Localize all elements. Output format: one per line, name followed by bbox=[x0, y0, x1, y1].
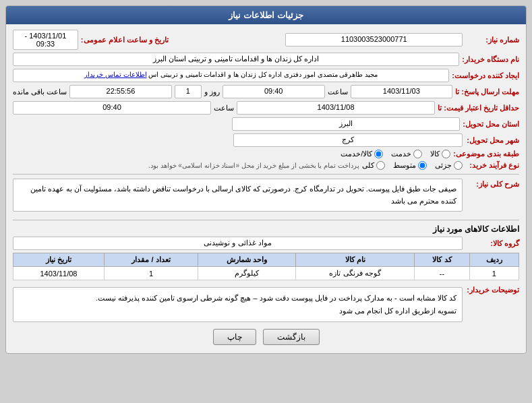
col-nam: نام کالا bbox=[295, 253, 415, 267]
haddeAksar-saat-value: 09:40 bbox=[13, 101, 211, 115]
haddeAksar-label: حداقل تاریخ اعتبار قیمت: تا bbox=[438, 104, 519, 113]
table-row: 1--گوجه فرنگی تازهکیلوگرم11403/11/08 bbox=[13, 267, 519, 280]
ettelaatKala-title: اطلاعات کالاهای مورد نیاز bbox=[13, 224, 519, 234]
tabaghe-label: طبقه بندی موضوعی: bbox=[453, 150, 519, 158]
noeFarayand-radio-group: جزئی متوسط کلی bbox=[362, 161, 463, 170]
noeFarayand-note: پرداخت تمام یا بخشی از مبلغ خرید از محل … bbox=[13, 162, 359, 169]
shahr-label: شهر محل تحویل: bbox=[465, 136, 519, 145]
print-button[interactable]: چاپ bbox=[213, 329, 256, 345]
items-table: ردیف کد کالا نام کالا واحد شمارش تعداد /… bbox=[13, 253, 519, 280]
col-tedad: تعداد / مقدار bbox=[104, 253, 198, 267]
mohlat-rooz-label: روز و bbox=[204, 88, 220, 96]
mohlat-date: 1403/11/03 bbox=[351, 85, 453, 98]
haddeAksar-saat-label: ساعت bbox=[214, 104, 234, 113]
shomareNiaz-value: 1103003523000771 bbox=[285, 33, 463, 46]
buyer-desc-value: کد کالا مشابه است - به مدارک پرداخت در ف… bbox=[13, 287, 463, 321]
mohlat-label: مهلت ارسال پاسخ: تا bbox=[455, 88, 519, 96]
back-button[interactable]: بازگشت bbox=[263, 329, 320, 345]
col-vahed: واحد شمارش bbox=[198, 253, 295, 267]
namDastgah-value: اداره کل زندان ها و اقدامات تامینی و ترب… bbox=[13, 53, 459, 66]
tabaghe-option-khedmat[interactable]: خدمت bbox=[391, 150, 422, 158]
col-kod: کد کالا bbox=[415, 253, 469, 267]
ijadKonande-label: ایجاد کننده درخواست: bbox=[452, 71, 519, 80]
mohlat-saat-label: ساعت bbox=[328, 88, 348, 96]
groupeKala-label: گروه کالا: bbox=[465, 239, 519, 248]
ijadKonande-value: مجید طاهرقی متصدی امور دفتری اداره کل زن… bbox=[13, 69, 449, 82]
tarikhAelamOmomi-label: تاریخ و ساعت اعلام عمومی: bbox=[81, 36, 169, 44]
haddeAksar-date: 1403/11/08 bbox=[237, 101, 435, 115]
tarikhAelamOmomi-value: 1403/11/01 - 09:33 bbox=[13, 30, 78, 50]
col-radif: ردیف bbox=[469, 253, 519, 267]
tabaghe-radio-group: کالا خدمت کالا/خدمت bbox=[341, 150, 450, 158]
sharh-value: صیفی جات طبق فایل پیوست. تحویل در تدارمگ… bbox=[13, 179, 463, 212]
shomareNiaz-label: شماره نیاز: bbox=[465, 36, 519, 44]
mohlat-baqi-value: 22:55:56 bbox=[69, 85, 172, 98]
tabaghe-option-kala-khedmat[interactable]: کالا/خدمت bbox=[341, 150, 383, 158]
mohlat-baqi-label: ساعت باقی مانده bbox=[13, 88, 67, 96]
noeFarayand-option-jozi[interactable]: جزئی bbox=[435, 161, 463, 170]
buyer-desc-label: توضیحات خریدار: bbox=[465, 286, 519, 294]
namDastgah-label: نام دستگاه خریدار: bbox=[462, 55, 519, 64]
noeFarayand-option-kolli[interactable]: کلی bbox=[362, 161, 385, 170]
mohlat-rooz-value: 1 bbox=[175, 85, 202, 98]
groupeKala-value: مواد غذائی و نوشیدنی bbox=[13, 237, 463, 250]
noeFarayand-option-motosat[interactable]: متوسط bbox=[393, 161, 427, 170]
shahr-value: کرج bbox=[233, 133, 463, 147]
sharh-label: شرح کلی نیاز: bbox=[465, 180, 519, 189]
col-tarikh: تاریخ نیاز bbox=[13, 253, 105, 267]
ostan-label: استان محل تحویل: bbox=[463, 120, 519, 129]
buttons-row: بازگشت چاپ bbox=[13, 329, 519, 345]
ostan-value: البرز bbox=[232, 117, 461, 131]
page-title: جزئیات اطلاعات نیاز bbox=[6, 6, 526, 24]
ettelaatTamas-link[interactable]: اطلاعات تماس خریدار bbox=[84, 71, 147, 78]
mohlat-saat-value: 09:40 bbox=[223, 85, 325, 98]
noeFarayand-label: نوع فرآیند خرید: bbox=[465, 161, 519, 170]
tabaghe-option-kala[interactable]: کالا bbox=[430, 150, 450, 158]
